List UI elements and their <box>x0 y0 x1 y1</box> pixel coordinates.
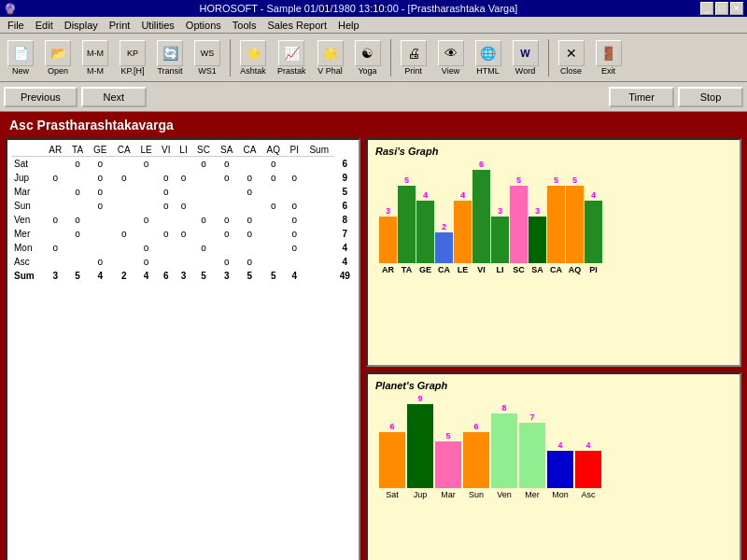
table-cell <box>112 185 135 199</box>
maximize-button[interactable]: □ <box>715 2 728 15</box>
menu-display[interactable]: Display <box>59 19 104 32</box>
table-cell <box>192 171 216 185</box>
table-cell: o <box>112 227 135 241</box>
table-cell: o <box>88 199 112 213</box>
table-cell <box>112 241 135 255</box>
timer-button[interactable]: Timer <box>609 87 674 107</box>
table-cell <box>238 199 261 213</box>
menu-tools[interactable]: Tools <box>227 19 262 32</box>
row-planet-label: Mon <box>11 241 44 255</box>
table-cell: o <box>238 185 261 199</box>
prastak-button[interactable]: 📈Prastak <box>274 38 310 77</box>
open-button[interactable]: 📂Open <box>41 38 75 77</box>
charts-panel: Rasi's Graph 354246353554 ARTAGECALEVILI… <box>366 138 741 560</box>
mm-button[interactable]: M-MM-M <box>78 38 112 77</box>
table-cell <box>216 199 238 213</box>
planet-bar <box>547 451 573 488</box>
table-cell: o <box>176 171 192 185</box>
planet-x-label: Mar <box>435 490 461 499</box>
table-row: Maroooo5 <box>11 185 355 199</box>
menu-bar: File Edit Display Print Utilities Option… <box>0 17 747 34</box>
rasi-bar-wrap: 4 <box>416 190 434 263</box>
col-aq: AQ <box>261 144 286 157</box>
menu-sales-report[interactable]: Sales Report <box>261 19 332 32</box>
table-row: Sum35424635355449 <box>11 269 355 283</box>
rasi-bar-value: 6 <box>479 160 484 169</box>
word-button[interactable]: WWord <box>509 38 543 77</box>
title-bar: 🔮 HOROSOFT - Sample 01/01/1980 13:10:00 … <box>0 0 747 17</box>
table-cell: o <box>88 255 112 269</box>
table-cell <box>192 227 216 241</box>
transit-button[interactable]: 🔄Transit <box>153 38 187 77</box>
table-cell: 5 <box>261 269 286 283</box>
menu-file[interactable]: File <box>2 19 30 32</box>
table-cell: o <box>238 171 261 185</box>
menu-help[interactable]: Help <box>332 19 365 32</box>
table-cell <box>88 227 112 241</box>
rasi-bar-value: 5 <box>516 175 521 185</box>
table-row: Satoooooo6 <box>11 157 355 172</box>
row-planet-label: Sun <box>11 199 44 213</box>
table-cell: o <box>157 199 175 213</box>
rasi-bar-value: 4 <box>423 190 428 200</box>
table-cell <box>67 241 89 255</box>
rasi-bar-wrap: 5 <box>566 175 584 263</box>
menu-utilities[interactable]: Utilities <box>135 19 179 32</box>
table-row: Monoooo4 <box>11 241 355 255</box>
rasi-bar-value: 4 <box>460 190 465 200</box>
close-button[interactable]: ✕ <box>730 2 743 15</box>
ashtak-button[interactable]: ⭐Ashtak <box>236 38 270 77</box>
rasi-bar-value: 5 <box>404 175 409 185</box>
table-cell: o <box>44 241 67 255</box>
stop-button[interactable]: Stop <box>678 87 743 107</box>
menu-edit[interactable]: Edit <box>30 19 59 32</box>
rasi-x-label: GE <box>416 265 434 274</box>
row-sum: 5 <box>334 185 355 199</box>
col-pi: PI <box>286 144 303 157</box>
table-cell: 5 <box>192 269 216 283</box>
vphal-button[interactable]: 🌟V Phal <box>314 38 347 77</box>
planet-x-label: Ven <box>491 490 517 499</box>
next-button[interactable]: Next <box>81 87 147 107</box>
col-sa: SA <box>216 144 238 157</box>
table-cell <box>176 255 192 269</box>
table-body: Satoooooo6Jupooooooooo9Maroooo5Sunooooo6… <box>11 157 355 284</box>
kph-button[interactable]: KPKP.[H] <box>116 38 149 77</box>
rasi-bar-value: 5 <box>554 175 558 185</box>
menu-options[interactable]: Options <box>180 19 227 32</box>
exit-button[interactable]: 🚪Exit <box>592 38 626 77</box>
table-cell <box>303 171 334 185</box>
rasi-bar <box>379 217 397 263</box>
table-cell <box>135 171 157 185</box>
rasi-graph-title: Rasi's Graph <box>375 146 732 157</box>
planet-graph-box: Planet's Graph 69568744 SatJupMarSunVenM… <box>366 372 741 560</box>
minimize-button[interactable]: _ <box>700 2 713 15</box>
rasi-bar-value: 3 <box>535 206 540 216</box>
table-cell: 3 <box>216 269 238 283</box>
close-tool-button[interactable]: ✕Close <box>555 38 588 77</box>
table-cell: o <box>286 227 303 241</box>
table-cell <box>192 255 216 269</box>
table-cell <box>261 255 286 269</box>
new-button[interactable]: 📄New <box>4 38 37 77</box>
rasi-bar <box>472 170 490 263</box>
table-cell: 5 <box>238 269 261 283</box>
table-cell: o <box>238 227 261 241</box>
col-sc: SC <box>192 144 216 157</box>
menu-print[interactable]: Print <box>104 19 136 32</box>
previous-button[interactable]: Previous <box>4 87 78 107</box>
yoga-button[interactable]: ☯Yoga <box>351 38 385 77</box>
table-row: Jupooooooooo9 <box>11 171 355 185</box>
planet-bar-value: 9 <box>417 394 422 403</box>
content-area: AR TA GE CA LE VI LI SC SA CA AQ PI Sum <box>6 138 741 560</box>
table-cell: o <box>112 171 135 185</box>
ws1-button[interactable]: WSWS1 <box>190 38 224 77</box>
table-cell: o <box>216 157 238 172</box>
planet-bar-wrap: 7 <box>519 413 545 488</box>
row-planet-label: Sum <box>11 269 44 283</box>
print-button[interactable]: 🖨Print <box>397 38 430 77</box>
table-cell: o <box>238 213 261 227</box>
row-sum: 4 <box>334 241 355 255</box>
view-button[interactable]: 👁View <box>434 38 468 77</box>
html-button[interactable]: 🌐HTML <box>472 38 505 77</box>
